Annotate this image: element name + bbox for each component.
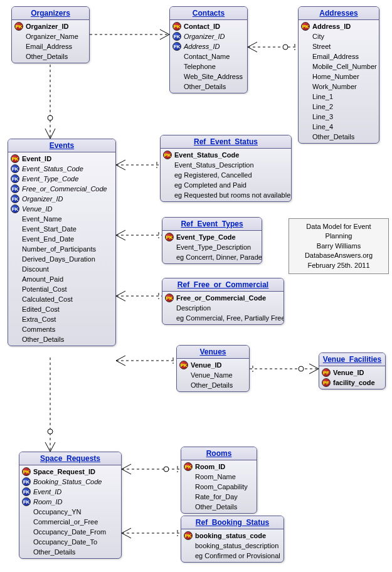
attribute-name: Organizer_ID — [22, 195, 63, 203]
attribute-row: FKOrganizer_ID — [8, 194, 115, 204]
attribute-row: eg Completed and Paid — [161, 180, 291, 190]
attribute-row: eg Confirmed or Provisional — [181, 551, 283, 561]
attribute-name: Organizer_ID — [26, 23, 68, 30]
entity-attrs: PFVenue_IDPFfacility_code — [319, 366, 385, 389]
attribute-name: Other_Details — [191, 381, 233, 389]
attribute-row: eg Registered, Cancelled — [161, 170, 291, 180]
fk-key-icon: FK — [11, 174, 19, 183]
attribute-row: Mobile_Cell_Number — [299, 61, 379, 72]
attribute-name: Line_1 — [312, 93, 333, 100]
pk-key-icon: PK — [14, 22, 23, 31]
attribute-name: Line_2 — [312, 103, 333, 110]
attribute-row: Contact_Name — [170, 51, 247, 61]
attribute-row: Home_Number — [299, 72, 379, 82]
attribute-name: eg Registered, Cancelled — [174, 171, 252, 179]
attribute-row: Email_Address — [299, 51, 379, 61]
attribute-name: Space_Request_ID — [33, 468, 95, 475]
attribute-name: eg Confirmed or Provisional — [195, 552, 280, 559]
entity-space-requests: Space_Requests PKSpace_Request_IDFKBooki… — [19, 452, 122, 559]
attribute-name: Venue_Name — [191, 371, 233, 379]
attribute-name: Event_ID — [22, 155, 51, 162]
attribute-name: Rate_for_Day — [195, 493, 238, 500]
entity-venues: Venues PKVenue_IDVenue_NameOther_Details — [176, 345, 250, 392]
attribute-name: Address_ID — [312, 23, 351, 30]
pk-key-icon: PK — [179, 361, 188, 369]
entity-addresses: Addresses PKAddress_IDCityStreetEmail_Ad… — [298, 6, 379, 144]
entity-events: Events PKEvent_IDFKEvent_Status_CodeFKEv… — [8, 139, 116, 346]
attribute-name: Other_Details — [33, 548, 75, 556]
attribute-row: PKOrganizer_ID — [12, 21, 89, 31]
attribute-name: Other_Details — [22, 336, 64, 343]
entity-attrs: PKRoom_IDRoom_NameRoom_CapabilityRate_fo… — [181, 460, 257, 513]
attribute-name: Line_3 — [312, 113, 333, 120]
attribute-name: Room_Name — [195, 473, 236, 480]
attribute-name: Event_Name — [22, 215, 62, 223]
entity-title: Addresses — [299, 7, 379, 20]
entity-title: Ref_Event_Status — [161, 135, 291, 149]
entity-attrs: PKOrganizer_IDOrganizer_NameEmail_Addres… — [12, 20, 89, 63]
entity-venue-facilities: Venue_Facilities PFVenue_IDPFfacility_co… — [319, 352, 386, 389]
attribute-row: City — [299, 31, 379, 41]
attribute-name: eg Requested but rooms not available — [174, 191, 290, 199]
entity-contacts: Contacts PKContact_IDFKOrganizer_IDFKAdd… — [169, 6, 248, 93]
attribute-row: PKEvent_Type_Code — [162, 232, 262, 242]
attribute-row: Amount_Paid — [8, 274, 115, 284]
attribute-name: Event_ID — [33, 488, 61, 495]
attribute-name: Line_4 — [312, 123, 333, 130]
attribute-row: PKEvent_Status_Code — [161, 150, 291, 160]
attribute-name: Derived_Days_Duration — [22, 255, 95, 263]
attribute-row: PKContact_ID — [170, 21, 247, 31]
attribute-row: Room_Name — [181, 472, 257, 482]
attribute-row: Other_Details — [19, 547, 121, 557]
entity-title: Events — [8, 139, 115, 152]
attribute-row: FKVenue_ID — [8, 204, 115, 214]
attribute-row: Discount — [8, 264, 115, 274]
attribute-name: Organizer_ID — [184, 33, 225, 40]
attribute-name: Venue_ID — [22, 205, 53, 213]
attribute-name: Email_Address — [26, 43, 72, 50]
pk-key-icon: PK — [184, 531, 193, 540]
pk-key-icon: PK — [163, 151, 172, 159]
attribute-name: City — [312, 33, 324, 40]
fk-key-icon: FK — [22, 497, 31, 506]
attribute-name: Venue_ID — [333, 369, 364, 376]
fk-key-icon: FK — [11, 184, 19, 193]
attribute-row: Line_3 — [299, 112, 379, 122]
svg-point-16 — [299, 366, 304, 371]
attribute-name: Telephone — [184, 63, 216, 70]
attribute-row: Organizer_Name — [12, 31, 89, 41]
attribute-row: Line_1 — [299, 92, 379, 102]
attribute-name: booking_status_description — [195, 542, 278, 549]
attribute-name: Description — [176, 304, 211, 312]
attribute-name: Venue_ID — [191, 361, 222, 369]
attribute-name: Home_Number — [312, 73, 359, 80]
attribute-name: Potential_Cost — [22, 285, 67, 293]
fk-key-icon: FK — [11, 194, 19, 203]
attribute-row: Other_Details — [299, 132, 379, 142]
note-line: DatabaseAnswers.org — [294, 251, 383, 260]
attribute-row: Other_Details — [177, 380, 249, 390]
note-line: February 25th. 2011 — [294, 261, 383, 270]
attribute-row: Comments — [8, 324, 115, 334]
attribute-name: Amount_Paid — [22, 275, 63, 283]
attribute-row: Venue_Name — [177, 370, 249, 380]
attribute-name: Event_Type_Code — [22, 175, 78, 183]
attribute-row: Rate_for_Day — [181, 492, 257, 502]
attribute-name: Booking_Status_Code — [33, 478, 102, 485]
attribute-name: Event_Start_Date — [22, 225, 77, 233]
entity-title: Space_Requests — [19, 452, 121, 465]
attribute-row: Occupancy_YN — [19, 507, 121, 517]
attribute-name: Number_of_Participants — [22, 245, 96, 253]
diagram-note: Data Model for Event Planning Barry Will… — [289, 218, 389, 274]
fk-key-icon: FK — [22, 487, 31, 496]
attribute-row: PKAddress_ID — [299, 21, 379, 31]
svg-point-4 — [283, 45, 288, 50]
entity-attrs: PKEvent_IDFKEvent_Status_CodeFKEvent_Typ… — [8, 152, 115, 346]
pk-key-icon: PK — [301, 22, 310, 31]
attribute-row: Event_Start_Date — [8, 224, 115, 234]
entity-ref-event-status: Ref_Event_Status PKEvent_Status_CodeEven… — [160, 135, 292, 202]
attribute-row: Line_4 — [299, 122, 379, 132]
attribute-name: eg Completed and Paid — [174, 181, 246, 189]
pk-key-icon: PK — [172, 22, 181, 31]
pk-key-icon: PK — [11, 154, 19, 163]
